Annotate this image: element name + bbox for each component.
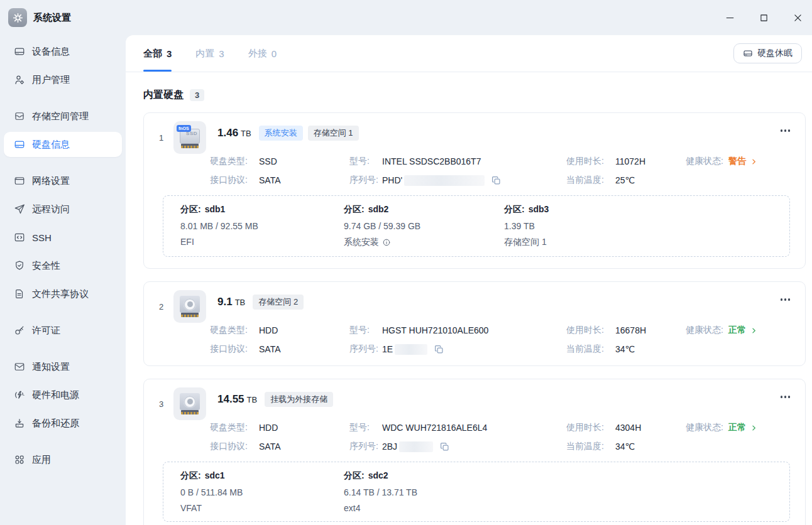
window-icon xyxy=(14,175,25,187)
sidebar-item-disk-info[interactable]: 硬盘信息 xyxy=(4,132,122,157)
tab-label: 外接 xyxy=(248,48,267,60)
sidebar-item-label: 设备信息 xyxy=(32,46,70,58)
sidebar-item-backup-restore[interactable]: 备份和还原 xyxy=(4,411,122,436)
sidebar-item-apps[interactable]: 应用 xyxy=(4,447,122,472)
partition-item: 分区:sdc10 B / 511.84 MBVFAT xyxy=(180,470,344,513)
disk-type-label: 硬盘类型: xyxy=(210,325,259,336)
sidebar-item-label: 网络设置 xyxy=(32,175,70,187)
info-icon[interactable] xyxy=(382,238,391,247)
health-status-value: 正常 xyxy=(728,422,746,433)
disk-card: 29.1TB存储空间 2硬盘类型:HDD型号:HGST HUH721010ALE… xyxy=(143,281,806,366)
disk-size-value: 1.46 xyxy=(217,127,238,139)
chevron-right-icon xyxy=(750,327,757,334)
more-button[interactable] xyxy=(781,129,783,132)
usage-hours-label: 使用时长: xyxy=(566,325,615,336)
disk-hibernate-button[interactable]: 硬盘休眠 xyxy=(733,43,802,63)
sidebar-item-storage-management[interactable]: 存储空间管理 xyxy=(4,104,122,129)
health-label: 健康状态: xyxy=(686,156,723,167)
close-button[interactable] xyxy=(788,8,807,27)
hdd-disk-icon xyxy=(173,387,206,420)
drive-pins xyxy=(181,410,199,414)
partition-usage: 8.01 MB / 92.55 MB xyxy=(180,221,344,231)
disk-size-value: 14.55 xyxy=(217,393,244,406)
serial-redacted xyxy=(395,344,427,355)
partition-filesystem: VFAT xyxy=(180,503,344,513)
sidebar-item-ssh[interactable]: SSH xyxy=(4,225,122,250)
document-icon xyxy=(14,288,25,300)
partition-filesystem: 系统安装 xyxy=(344,237,504,248)
sidebar-item-license[interactable]: 许可证 xyxy=(4,318,122,343)
health-status[interactable]: 正常 xyxy=(728,325,757,336)
tab-internal[interactable]: 内置3 xyxy=(195,35,224,72)
temperature-label: 当前温度: xyxy=(566,175,615,186)
key-icon xyxy=(14,325,25,336)
interface-value: SATA xyxy=(259,441,281,452)
disk-fields: 硬盘类型:HDD型号:WDC WUH721816ALE6L4使用时长:4304H… xyxy=(210,421,790,453)
disk-card-header: 29.1TB存储空间 2 xyxy=(159,290,790,323)
usage-hours-value: 16678H xyxy=(615,325,646,335)
power-icon xyxy=(14,389,25,401)
storage-icon xyxy=(14,111,25,122)
tab-all[interactable]: 全部3 xyxy=(143,35,172,72)
sidebar-item-label: 硬件和电源 xyxy=(32,389,79,401)
minimize-button[interactable] xyxy=(720,8,739,27)
sidebar-item-notification-settings[interactable]: 通知设置 xyxy=(4,354,122,379)
partition-label: 分区: xyxy=(504,204,525,214)
disk-number: 3 xyxy=(159,399,173,409)
health-status-value: 警告 xyxy=(728,156,746,167)
disk-tags: 存储空间 2 xyxy=(253,295,304,310)
terminal-icon xyxy=(14,232,25,243)
partition-label: 分区: xyxy=(344,204,365,214)
drive-pins xyxy=(181,144,199,148)
disk-size-value: 9.1 xyxy=(217,296,233,308)
drive-icon xyxy=(14,139,25,150)
sidebar-item-device-info[interactable]: 设备信息 xyxy=(4,39,122,64)
disk-fields: 硬盘类型:HDD型号:HGST HUH721010ALE600使用时长:1667… xyxy=(210,324,790,355)
partition-box: 分区:sdb18.01 MB / 92.55 MBEFI分区:sdb29.74 … xyxy=(163,195,790,257)
disk-card-header: 314.55TB挂载为外接存储 xyxy=(159,387,790,420)
health-status[interactable]: 正常 xyxy=(728,422,757,433)
copy-icon[interactable] xyxy=(439,441,450,452)
usage-hours-label: 使用时长: xyxy=(566,156,615,167)
sidebar-item-hardware-power[interactable]: 硬件和电源 xyxy=(4,382,122,408)
titlebar: 系统设置 xyxy=(0,0,812,35)
disk-size-unit: TB xyxy=(235,298,246,307)
sidebar-group: 网络设置远程访问SSH安全性文件共享协议 xyxy=(0,168,126,306)
sidebar-item-file-sharing[interactable]: 文件共享协议 xyxy=(4,281,122,306)
partition-label: 分区: xyxy=(180,204,201,214)
sidebar-group: 应用 xyxy=(0,447,126,472)
more-button[interactable] xyxy=(781,298,783,301)
serial-label: 序列号: xyxy=(349,175,382,186)
partition-label: 分区: xyxy=(344,470,365,480)
content-area: 内置硬盘 3 1SSDfnOS1.46TB系统安装存储空间 1硬盘类型:SSD型… xyxy=(126,89,812,525)
disk-size-unit: TB xyxy=(247,395,258,404)
sidebar-item-label: SSH xyxy=(32,232,52,243)
sidebar-item-network-settings[interactable]: 网络设置 xyxy=(4,168,122,193)
serial-label: 序列号: xyxy=(349,344,382,355)
copy-icon[interactable] xyxy=(491,175,502,186)
ssd-disk-icon: SSDfnOS xyxy=(173,121,206,154)
partition-name: sdb3 xyxy=(529,204,549,214)
maximize-button[interactable] xyxy=(754,8,773,27)
chevron-right-icon xyxy=(750,158,757,165)
app-gear-icon xyxy=(8,8,27,27)
drive-icon xyxy=(743,48,753,58)
disk-card: 1SSDfnOS1.46TB系统安装存储空间 1硬盘类型:SSD型号:INTEL… xyxy=(143,112,806,269)
sidebar-item-security[interactable]: 安全性 xyxy=(4,253,122,278)
sidebar-item-user-management[interactable]: 用户管理 xyxy=(4,67,122,92)
tab-label: 全部 xyxy=(143,48,162,60)
more-button[interactable] xyxy=(781,396,783,398)
model-label: 型号: xyxy=(349,422,382,433)
partition-item: 分区:sdb18.01 MB / 92.55 MBEFI xyxy=(180,204,344,248)
sidebar-item-remote-access[interactable]: 远程访问 xyxy=(4,197,122,222)
copy-icon[interactable] xyxy=(434,344,444,355)
health-status[interactable]: 警告 xyxy=(728,156,757,167)
partition-usage: 1.39 TB xyxy=(504,221,789,231)
serial-value: 2BJ xyxy=(382,441,397,452)
tab-external[interactable]: 外接0 xyxy=(248,35,277,72)
partition-filesystem: EFI xyxy=(180,237,344,247)
plane-icon xyxy=(14,203,25,215)
partition-fs-label: VFAT xyxy=(180,503,202,513)
interface-value: SATA xyxy=(259,175,281,185)
tab-label: 内置 xyxy=(195,48,214,60)
